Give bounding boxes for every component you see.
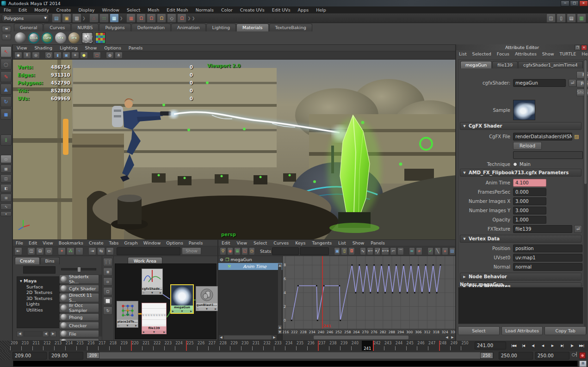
break-tangents-icon[interactable]: ✓ xyxy=(427,247,434,255)
node-type-button[interactable]: Ilr Occ Sampler xyxy=(59,303,99,312)
hypershade-menu-item[interactable]: Graph xyxy=(122,240,141,245)
float-panel-icon[interactable]: ❐ xyxy=(575,45,581,50)
playback-end-field[interactable]: 250.00 xyxy=(499,352,533,360)
graph-editor-menu-item[interactable]: Edit xyxy=(218,240,233,245)
playback-button[interactable]: |▶ xyxy=(567,342,576,350)
open-scene-icon[interactable]: ▣ xyxy=(62,13,71,23)
shelf-tab[interactable]: Polygons xyxy=(99,24,130,31)
minimize-button[interactable]: ─ xyxy=(561,0,569,6)
outliner-hscrollbar[interactable]: ◀ ▶ xyxy=(219,335,277,340)
node-type-button[interactable]: Shaderfx Sh... xyxy=(59,275,99,284)
snap-to-grids-icon[interactable]: ▦ xyxy=(126,13,136,23)
section-vertex-data[interactable]: ▼Vertex Data xyxy=(460,235,582,243)
slider-knob[interactable] xyxy=(77,267,81,272)
snap-to-points-icon[interactable]: Ω xyxy=(147,13,156,23)
graph-editor-menu-item[interactable]: View xyxy=(233,240,250,245)
snap-to-curves-icon[interactable]: Ω xyxy=(136,13,146,23)
center-current-time-icon[interactable]: ◘ xyxy=(348,247,355,255)
viewport-menu-item[interactable]: View xyxy=(13,45,31,50)
copy-tab-button[interactable]: Copy Tab xyxy=(545,326,586,335)
flat-tangents-icon[interactable]: •─• xyxy=(381,247,389,255)
attribute-editor-scrollbar[interactable] xyxy=(584,59,587,334)
shelf-menu-icon[interactable]: ▬ xyxy=(2,26,11,32)
cgfx-shader-icon[interactable]: CGFX xyxy=(42,32,53,43)
main-menu-item[interactable]: File xyxy=(0,7,15,12)
graph-editor-menu-item[interactable]: Tangents xyxy=(309,240,335,245)
frame-cell[interactable]: 228 xyxy=(219,341,230,351)
open-channel-box-icon[interactable]: ▥ xyxy=(577,13,586,23)
tree-item[interactable]: Utilities xyxy=(20,307,60,313)
lock-camera-icon[interactable]: ⊼ xyxy=(23,52,31,59)
fxtexture-field[interactable]: file139 xyxy=(513,225,572,233)
attribute-editor-menu-item[interactable]: TURTLE xyxy=(557,51,579,56)
node-megagun-selected[interactable]: megaGun ▶▼▶ xyxy=(170,284,194,314)
layout-persp-graph-icon[interactable]: ∿ xyxy=(0,203,12,210)
main-menu-item[interactable]: Window xyxy=(98,7,123,12)
shelf-tab[interactable]: Deformation xyxy=(131,24,171,31)
node-name-field[interactable]: megaGun xyxy=(513,79,566,87)
outliner-node-row[interactable]: ⊖ ❒ megaGun xyxy=(218,256,282,263)
spline-tangents-icon[interactable]: ∿ xyxy=(360,247,366,255)
scroll-right-icon[interactable]: ▶ xyxy=(450,336,455,339)
tree-item[interactable]: Surface xyxy=(20,284,60,290)
main-menu-item[interactable]: Display xyxy=(74,7,98,12)
connection-icon[interactable]: ⏎ xyxy=(574,225,582,233)
frame-cell[interactable]: 250 xyxy=(461,341,472,351)
lasso-tool-icon[interactable]: ◌ xyxy=(0,59,12,70)
collapsed-section-header[interactable]: ▶Node Behavior xyxy=(460,273,582,281)
viewport-menu-item[interactable]: Panels xyxy=(125,45,147,50)
notes-text-area[interactable] xyxy=(458,287,583,324)
frame-cell[interactable]: 240 xyxy=(351,341,362,351)
tree-root-maya[interactable]: ▾ Maya xyxy=(20,278,60,284)
node-type-button[interactable]: DirectX 11 S... xyxy=(59,293,99,302)
title-bar[interactable]: Autodesk Maya LT 2014 ─□✕ xyxy=(0,0,588,6)
frame-cell[interactable]: 247 xyxy=(428,341,439,351)
graph-editor-menu-item[interactable]: Panels xyxy=(367,240,388,245)
attribute-editor-menu-item[interactable]: Attributes xyxy=(512,51,539,56)
refresh-swatches-icon[interactable]: ↻ xyxy=(103,306,112,315)
node-type-button[interactable]: Phong xyxy=(59,313,99,321)
main-menu-item[interactable]: Modify xyxy=(31,7,52,12)
frame-cell[interactable]: 237 xyxy=(318,341,329,351)
viewport-menu-item[interactable]: Options xyxy=(100,45,125,50)
collapse-minus-icon[interactable]: ⊖ xyxy=(220,257,223,262)
paint-select-tool-icon[interactable]: ✎ xyxy=(0,71,12,82)
frame-cell[interactable]: 232 xyxy=(263,341,274,351)
frame-cell[interactable]: 221 xyxy=(142,341,153,351)
hypershade-menu-item[interactable]: Edit xyxy=(26,240,40,245)
main-menu-item[interactable]: Apps xyxy=(294,7,313,12)
snap-to-view-planes-icon[interactable]: ◇ xyxy=(167,13,176,23)
tree-item[interactable]: 3D Textures xyxy=(20,296,60,302)
scroll-up-icon[interactable]: ▲ xyxy=(278,263,282,267)
parameter-field[interactable]: 0.000 xyxy=(513,188,546,196)
graph-editor-menu-item[interactable]: Curves xyxy=(270,240,292,245)
scroll-thumb[interactable] xyxy=(224,336,272,339)
frame-cell[interactable]: 235 xyxy=(296,341,307,351)
viewport-menu-item[interactable]: Lighting xyxy=(56,45,81,50)
shelf-tab[interactable]: TextureBaking xyxy=(269,24,312,31)
range-end-handle[interactable]: 250 xyxy=(480,352,493,359)
step-tangents-icon[interactable]: ⌐ xyxy=(390,247,396,255)
frame-playback-range-icon[interactable]: ▯ xyxy=(341,247,347,255)
playback-button[interactable]: ▶ xyxy=(548,342,557,350)
frame-cell[interactable]: 225 xyxy=(186,341,197,351)
time-slider-grip[interactable] xyxy=(0,341,10,351)
graph-editor-menu-item[interactable]: Show xyxy=(349,240,368,245)
blinn-material-icon[interactable] xyxy=(15,32,26,43)
scroll-left-icon[interactable]: ◀ xyxy=(444,336,450,339)
frame-cell[interactable]: 219 xyxy=(120,341,131,351)
current-time-indicator[interactable]: 241 xyxy=(362,341,374,351)
tab-megaGun[interactable]: megaGun xyxy=(460,61,492,68)
hypershade-menu-item[interactable]: Window xyxy=(141,240,163,245)
vertex-field[interactable]: normal xyxy=(513,263,582,271)
shelf-arrow-icon[interactable]: ▾ xyxy=(2,34,11,40)
anim-time-field[interactable]: 4.100 xyxy=(513,179,546,187)
animation-start-field[interactable]: 209.00 xyxy=(12,352,47,360)
layout-persp-outliner-icon[interactable]: ◧ xyxy=(0,184,12,192)
cgfx-file-field[interactable]: renderData\shaders\HSM_FX.cgfx xyxy=(513,133,572,141)
playback-button[interactable]: ◀| xyxy=(528,342,538,350)
frame-cell[interactable]: 239 xyxy=(340,341,351,351)
stats-time-field[interactable] xyxy=(272,247,299,255)
main-menu-item[interactable]: Edit xyxy=(15,7,31,12)
node-type-button[interactable]: Cgfx Shader xyxy=(59,285,99,292)
